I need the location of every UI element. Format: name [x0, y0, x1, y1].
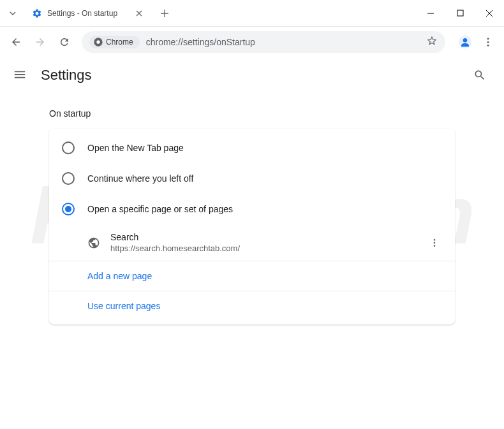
add-new-page-link: Add a new page: [87, 271, 152, 281]
tab-title: Settings - On startup: [47, 9, 134, 18]
settings-content: On startup Open the New Tab page Continu…: [0, 108, 504, 324]
globe-icon: [87, 236, 100, 249]
kebab-icon: [429, 238, 440, 248]
add-new-page-row[interactable]: Add a new page: [49, 261, 455, 291]
window-maximize-button[interactable]: [445, 0, 475, 27]
close-icon: [485, 10, 493, 17]
kebab-icon: [482, 36, 494, 48]
svg-point-6: [487, 41, 489, 43]
profile-icon: [458, 35, 472, 49]
radio-indicator: [62, 142, 75, 154]
radio-specific-pages[interactable]: Open a specific page or set of pages: [49, 194, 455, 224]
page-title: Settings: [41, 67, 468, 84]
chrome-icon: [93, 37, 103, 47]
star-icon: [426, 35, 438, 47]
use-current-pages-link: Use current pages: [87, 301, 160, 311]
window-close-button[interactable]: [475, 0, 504, 27]
tab-search-button[interactable]: [6, 10, 19, 17]
use-current-pages-row[interactable]: Use current pages: [49, 291, 455, 321]
startup-page-url: https://search.homesearchtab.com/: [110, 244, 427, 253]
site-chip-label: Chrome: [106, 38, 133, 47]
radio-continue[interactable]: Continue where you left off: [49, 163, 455, 194]
settings-gear-icon: [32, 8, 42, 18]
svg-rect-0: [457, 10, 463, 16]
startup-card: Open the New Tab page Continue where you…: [49, 129, 455, 324]
forward-button[interactable]: [29, 31, 51, 53]
address-bar[interactable]: Chrome chrome://settings/onStartup: [82, 31, 445, 53]
bookmark-button[interactable]: [426, 35, 438, 49]
reload-icon: [59, 36, 70, 48]
radio-new-tab[interactable]: Open the New Tab page: [49, 133, 455, 163]
page-row-menu-button[interactable]: [427, 235, 442, 251]
browser-toolbar: Chrome chrome://settings/onStartup: [0, 27, 504, 57]
chevron-down-icon: [9, 10, 17, 17]
svg-point-8: [434, 239, 436, 241]
browser-tab[interactable]: Settings - On startup: [24, 3, 152, 24]
search-icon: [473, 69, 486, 82]
svg-point-9: [434, 242, 436, 244]
maximize-icon: [457, 10, 464, 17]
svg-point-2: [96, 40, 100, 43]
svg-point-4: [463, 38, 467, 42]
radio-label: Continue where you left off: [87, 173, 193, 184]
minimize-icon: [427, 10, 434, 17]
tab-close-button[interactable]: [134, 8, 144, 18]
startup-page-name: Search: [110, 232, 427, 242]
section-title: On startup: [49, 108, 455, 119]
reload-button[interactable]: [54, 31, 75, 53]
site-chip[interactable]: Chrome: [89, 36, 140, 48]
settings-header: Settings: [0, 57, 504, 93]
svg-point-7: [487, 45, 489, 47]
window-minimize-button[interactable]: [416, 0, 445, 27]
radio-indicator: [62, 172, 75, 185]
arrow-left-icon: [10, 36, 22, 48]
profile-button[interactable]: [456, 33, 475, 52]
svg-point-5: [487, 38, 489, 40]
svg-point-10: [434, 245, 436, 247]
startup-page-row: Search https://search.homesearchtab.com/: [49, 224, 455, 261]
radio-indicator: [62, 203, 75, 215]
plus-icon: [160, 9, 169, 18]
new-tab-button[interactable]: [156, 4, 174, 22]
close-icon: [136, 10, 142, 17]
back-button[interactable]: [5, 31, 27, 53]
browser-menu-button[interactable]: [477, 31, 499, 53]
arrow-right-icon: [34, 36, 46, 48]
url-text: chrome://settings/onStartup: [146, 37, 426, 47]
window-titlebar: Settings - On startup: [0, 0, 504, 27]
settings-menu-button[interactable]: [13, 68, 28, 83]
radio-label: Open the New Tab page: [87, 143, 184, 153]
radio-label: Open a specific page or set of pages: [87, 204, 233, 214]
hamburger-icon: [13, 68, 27, 82]
search-settings-button[interactable]: [468, 64, 491, 87]
